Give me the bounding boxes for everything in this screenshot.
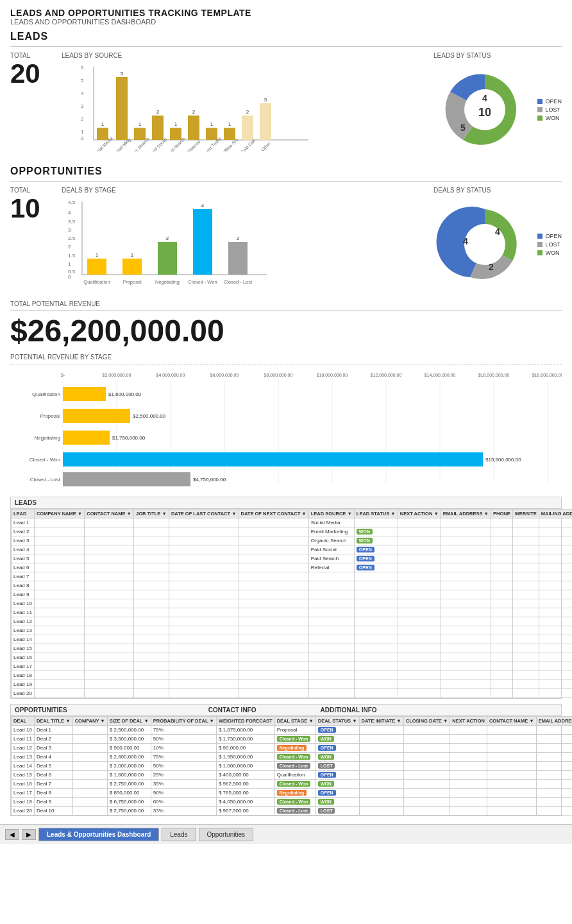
th-status[interactable]: LEAD STATUS ▼ [354,509,398,518]
list-item: Lead 1 [12,518,35,527]
list-item: Lead 4 [12,545,35,554]
th-lead: LEAD [12,509,35,518]
list-item: Lead 20 [12,689,35,698]
svg-text:$2,000,000.00: $2,000,000.00 [103,373,131,377]
svg-rect-107 [63,472,190,486]
svg-text:$12,000,000.00: $12,000,000.00 [371,373,402,377]
svg-text:2: 2 [81,116,84,122]
deals-status-donut: 4 2 4 [433,196,532,293]
tab-opportunities[interactable]: Opportunities [199,828,253,841]
th-next-action[interactable]: NEXT ACTION ▼ [398,509,441,518]
leads-status-donut: 4 10 5 [433,62,532,158]
th-email[interactable]: EMAIL ADDRESS ▼ [441,509,491,518]
th-next-contact[interactable]: DATE OF NEXT CONTACT ▼ [239,509,308,518]
th-contact[interactable]: CONTACT NAME ▼ [85,509,134,518]
svg-text:1: 1 [96,252,99,258]
revenue-label: TOTAL POTENTIAL REVENUE [10,300,562,307]
list-item: Lead 13 [12,626,35,635]
svg-text:$14,000,000.00: $14,000,000.00 [425,373,456,377]
svg-rect-15 [152,116,164,140]
list-item: Lead 13 [12,753,35,762]
svg-rect-25 [242,116,253,140]
footer-nav[interactable]: ◀ ▶ [5,829,36,840]
svg-rect-101 [63,409,130,423]
svg-rect-105 [63,452,483,466]
leads-total-number: 20 [10,60,55,87]
svg-text:4: 4 [68,210,71,216]
svg-text:5: 5 [81,78,84,83]
svg-text:$4,000,000.00: $4,000,000.00 [156,373,185,377]
th-deal-stage[interactable]: DEAL STAGE ▼ [274,717,315,726]
th-phone: PHONE [491,509,513,518]
list-item: Lead 9 [12,590,35,599]
th-mailing: MAILING ADDRESS [539,509,572,518]
svg-text:$2,500,000.00: $2,500,000.00 [133,413,166,419]
tab-leads[interactable]: Leads [162,828,196,841]
revenue-value: $26,200,000.00 [10,313,562,348]
th-email-addr[interactable]: EMAIL ADDRESS ▼ [536,717,572,726]
svg-rect-19 [188,116,199,140]
th-probability[interactable]: PROBABILITY OF DEAL ▼ [151,717,216,726]
svg-text:$15,600,000.00: $15,600,000.00 [485,457,521,463]
th-last-contact[interactable]: DATE OF LAST CONTACT ▼ [169,509,239,518]
svg-rect-9 [97,128,108,140]
th-deal-company[interactable]: COMPANY ▼ [72,717,107,726]
leads-by-source-title: LEADS BY SOURCE [62,52,427,59]
svg-text:Closed - Lost: Closed - Lost [224,279,253,285]
list-item: Lead 19 [12,680,35,689]
svg-rect-63 [228,242,248,275]
list-item: Lead 12 [12,744,35,753]
th-company[interactable]: COMPANY NAME ▼ [34,509,84,518]
tab-dashboard[interactable]: Leads & Opportunities Dashboard [38,828,159,841]
footer: ◀ ▶ Leads & Opportunities Dashboard Lead… [0,824,572,844]
leads-by-status-title: LEADS BY STATUS [433,52,562,59]
svg-text:1.5: 1.5 [68,253,76,259]
svg-text:5: 5 [121,71,124,76]
svg-text:2: 2 [237,235,240,241]
svg-rect-61 [193,209,212,275]
svg-text:10: 10 [478,106,491,119]
svg-text:Cold Call: Cold Call [240,139,256,151]
list-item: Lead 15 [12,771,35,780]
th-deal-title[interactable]: DEAL TITLE ▼ [34,717,72,726]
nav-next[interactable]: ▶ [22,829,36,840]
svg-text:4: 4 [495,227,500,237]
additional-info-header: ADDITIONAL INFO [321,706,377,714]
svg-rect-99 [63,387,106,401]
svg-text:1: 1 [68,261,71,267]
svg-text:2: 2 [246,109,249,115]
opps-total-number: 10 [10,195,55,222]
list-item: Lead 15 [12,644,35,653]
svg-text:$10,000,000.00: $10,000,000.00 [317,373,348,377]
deals-legend-open: OPEN [537,233,562,239]
leads-table: LEAD COMPANY NAME ▼ CONTACT NAME ▼ JOB T… [11,509,572,698]
svg-text:Proposal: Proposal [122,279,142,285]
nav-prev[interactable]: ◀ [5,829,19,840]
th-job[interactable]: JOB TITLE ▼ [134,509,169,518]
svg-text:4: 4 [482,93,487,103]
svg-text:Other: Other [260,141,272,151]
th-deal-status[interactable]: DEAL STATUS ▼ [315,717,359,726]
th-contact-name[interactable]: CONTACT NAME ▼ [487,717,536,726]
th-closing[interactable]: CLOSING DATE ▼ [403,717,450,726]
svg-text:4: 4 [463,236,468,246]
svg-rect-55 [87,259,106,275]
svg-text:1: 1 [81,129,84,135]
deals-legend-lost: LOST [537,241,562,248]
svg-text:$4,750,000.00: $4,750,000.00 [193,477,226,483]
svg-text:2: 2 [192,109,196,115]
svg-text:$1,600,000.00: $1,600,000.00 [108,391,142,397]
th-date-init[interactable]: DATE INITIATE ▼ [359,717,403,726]
list-item: Lead 17 [12,789,35,798]
svg-text:1: 1 [101,121,105,127]
th-source[interactable]: LEAD SOURCE ▼ [308,509,354,518]
svg-text:3.5: 3.5 [68,219,76,225]
list-item: Lead 16 [12,653,35,662]
list-item: Lead 7 [12,572,35,581]
svg-text:5: 5 [460,123,466,133]
svg-text:1: 1 [131,252,134,258]
th-forecast: WEIGHTED FORECAST [216,717,274,726]
list-item: Lead 3 [12,536,35,545]
svg-text:0: 0 [68,274,71,280]
th-deal-size[interactable]: SIZE OF DEAL ▼ [107,717,151,726]
